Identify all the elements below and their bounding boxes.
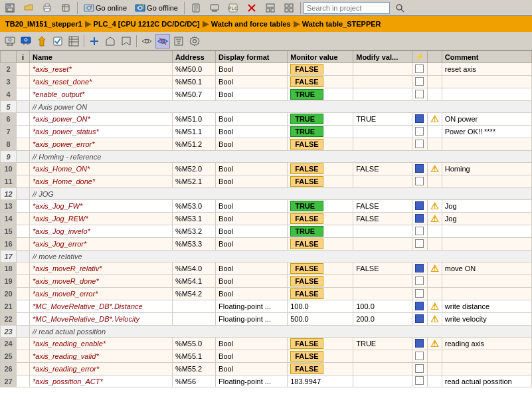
section-label: // Homing - reference: [30, 151, 532, 163]
row-info: [17, 363, 30, 375]
row-modify: [353, 275, 412, 288]
checkbox[interactable]: [415, 201, 424, 210]
tb-check-btn[interactable]: [50, 34, 65, 49]
tile-icon: [284, 3, 294, 13]
icon-btn-1[interactable]: [1, 1, 19, 15]
checkbox[interactable]: [415, 364, 424, 373]
top-toolbar: Go online Go offline PLC: [0, 0, 532, 16]
row-modify: [353, 350, 412, 363]
tb-force-btn[interactable]: [35, 34, 49, 49]
tb-collapse-btn[interactable]: [119, 34, 133, 49]
svg-rect-30: [266, 9, 270, 12]
icon-btn-10[interactable]: [280, 1, 298, 15]
row-address: %M53.0: [172, 200, 215, 213]
row-num: 7: [1, 126, 17, 138]
checkbox[interactable]: [415, 276, 424, 285]
tb-settings-btn[interactable]: [187, 34, 202, 49]
tb-filter-btn[interactable]: [171, 34, 186, 49]
checkbox[interactable]: [415, 114, 424, 123]
col-monitor-value: Monitor value: [288, 51, 353, 63]
col-lightning: ⚡: [412, 51, 427, 63]
tb-eye-btn[interactable]: [139, 34, 154, 49]
row-info: [17, 375, 30, 387]
row-modify: 200.0: [353, 313, 412, 326]
tb-eye2-btn[interactable]: [155, 34, 170, 49]
checkbox[interactable]: [415, 177, 424, 185]
row-modify: [353, 225, 412, 238]
row-comment: move ON: [442, 262, 531, 275]
tb-table-btn[interactable]: [66, 34, 81, 49]
search-input[interactable]: [304, 2, 390, 14]
row-format: Floating-point ...: [216, 300, 288, 313]
checkbox[interactable]: [415, 314, 424, 323]
checkbox[interactable]: [415, 90, 424, 98]
row-modify: [353, 363, 412, 375]
checkbox[interactable]: [415, 227, 424, 235]
tb-add-btn[interactable]: [87, 34, 102, 49]
go-offline-button[interactable]: Go offline: [132, 1, 181, 15]
svg-rect-1: [7, 4, 11, 7]
row-lightning: [412, 375, 427, 387]
row-modify: [353, 175, 412, 188]
print-icon: [42, 3, 52, 13]
row-name: *axis_Home_ON*: [30, 163, 173, 175]
row-monitor: FALSE: [288, 138, 353, 151]
row-monitor: TRUE: [288, 113, 353, 126]
svg-rect-48: [69, 37, 78, 46]
row-num: 25: [1, 350, 17, 363]
close-icon: [246, 3, 257, 13]
row-name: *axis_power_ON*: [30, 113, 173, 126]
tb-monitor2-btn[interactable]: [19, 34, 33, 49]
checkbox[interactable]: [415, 302, 424, 310]
svg-rect-29: [266, 4, 274, 7]
row-comment: [442, 88, 531, 101]
row-lightning: [412, 262, 427, 275]
icon-btn-4[interactable]: [57, 1, 74, 15]
icon-btn-6[interactable]: [206, 1, 223, 15]
row-lightning: [412, 113, 427, 126]
row-num: 22: [1, 313, 17, 326]
checkbox[interactable]: [415, 214, 424, 223]
row-info: [17, 76, 30, 88]
row-comment: Jog: [442, 213, 531, 225]
checkbox[interactable]: [415, 239, 424, 248]
checkbox[interactable]: [415, 164, 424, 173]
icon-btn-3[interactable]: [39, 1, 56, 15]
warn-icon: ⚠: [430, 301, 439, 312]
svg-rect-38: [5, 37, 15, 43]
row-comment: [442, 225, 531, 238]
row-warn: ⚠: [427, 113, 442, 126]
section-info: [17, 101, 30, 113]
go-offline-icon: [135, 3, 145, 13]
row-num: 13: [1, 200, 17, 213]
row-num: 16: [1, 238, 17, 251]
row-num: 11: [1, 175, 17, 188]
row-modify: [353, 126, 412, 138]
tb-expand-btn[interactable]: [103, 34, 118, 49]
row-format: Bool: [216, 76, 288, 88]
checkbox[interactable]: [415, 77, 424, 86]
icon-btn-2[interactable]: [20, 1, 37, 15]
tb-monitor-btn[interactable]: [3, 34, 17, 49]
row-lightning: [412, 175, 427, 188]
checkbox[interactable]: [415, 339, 424, 348]
checkbox[interactable]: [415, 264, 424, 272]
row-address: %M53.2: [172, 225, 215, 238]
search-icon: [395, 3, 405, 13]
go-online-button[interactable]: Go online: [80, 1, 130, 15]
checkbox[interactable]: [415, 289, 424, 298]
svg-rect-21: [211, 5, 219, 10]
col-display-format: Display format: [216, 51, 288, 63]
icon-btn-5[interactable]: [187, 1, 205, 15]
checkbox[interactable]: [415, 376, 424, 385]
icon-btn-7[interactable]: PLC: [224, 1, 242, 15]
checkbox[interactable]: [415, 140, 424, 148]
checkbox[interactable]: [415, 352, 424, 360]
row-comment: [442, 138, 531, 151]
icon-btn-9[interactable]: [262, 1, 279, 15]
search-icon-btn[interactable]: [391, 1, 408, 15]
checkbox[interactable]: [415, 127, 424, 136]
section-info: [17, 326, 30, 338]
checkbox[interactable]: [415, 64, 424, 73]
icon-btn-8[interactable]: [243, 1, 260, 15]
